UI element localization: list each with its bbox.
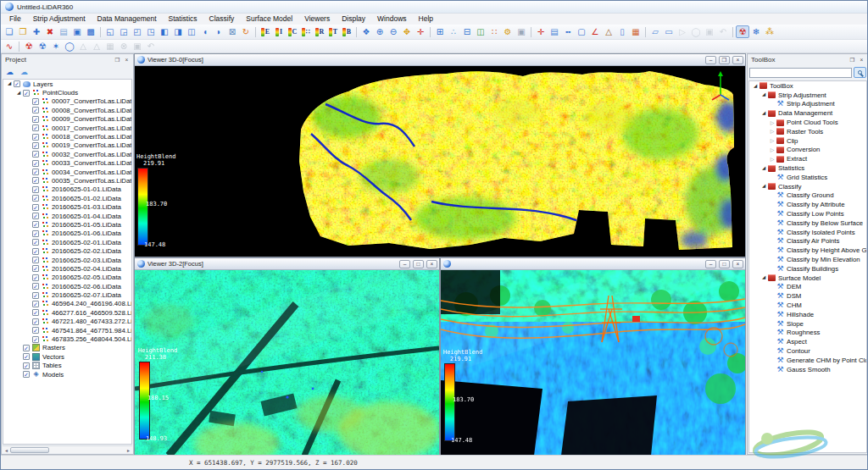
menu-display[interactable]: Display — [336, 14, 371, 25]
viewer0-minimize-button[interactable]: – — [705, 56, 716, 64]
save-as-icon[interactable]: ▩ — [84, 25, 97, 38]
cap-view-a-icon[interactable]: ◖ — [198, 25, 212, 38]
project-item-467541-864-467751-984-lidata[interactable]: ✓467541.864_467751.984.LiData — [3, 326, 131, 335]
toolbox-item-conversion[interactable]: ▷Conversion — [749, 146, 866, 155]
layer-checkbox[interactable]: ✓ — [32, 134, 39, 141]
project-item-00018-converttolas-lidata[interactable]: ✓00018_ConvertToLas.LiData — [3, 132, 131, 141]
project-item-00008-converttolas-lidata[interactable]: ✓00008_ConvertToLas.LiData — [3, 106, 131, 114]
layer-checkbox[interactable]: ✓ — [32, 327, 39, 334]
toolbox-item-extract[interactable]: ▷Extract — [749, 154, 866, 163]
display-by-rgb-icon[interactable]: ∷ — [299, 25, 313, 38]
project-item-rasters[interactable]: ✓Rasters — [3, 344, 131, 352]
point-display-icon[interactable]: ⁂ — [763, 25, 776, 38]
view-bottom-icon[interactable]: ◲ — [117, 25, 131, 38]
toolbox-item-grid-statistics[interactable]: ⚒Grid Statistics — [749, 173, 866, 182]
layer-checkbox[interactable]: ✓ — [32, 230, 39, 237]
pan-icon[interactable]: ✥ — [400, 25, 414, 38]
view-right-icon[interactable]: ◳ — [144, 25, 158, 38]
layer-checkbox[interactable]: ✓ — [23, 345, 30, 351]
layer-checkbox[interactable]: ✓ — [32, 248, 39, 255]
project-item-20160625-02-02-lidata[interactable]: ✓20160625-02-02.LiData — [3, 246, 131, 255]
expanded-arrow-icon[interactable]: ◢ — [6, 81, 13, 86]
menu-data-management[interactable]: Data Management — [92, 14, 163, 25]
collapsed-arrow-icon[interactable]: ▷ — [769, 120, 776, 125]
project-item-466277-616-466509-528-lidata[interactable]: ✓466277.616_466509.528.LiData — [3, 308, 131, 317]
layer-checkbox[interactable]: ✓ — [32, 142, 39, 149]
toolbox-item-toolbox[interactable]: ◢ToolBox — [749, 81, 866, 91]
layer-checkbox[interactable]: ✓ — [32, 116, 39, 123]
select-rectangle-icon[interactable]: ▭ — [662, 25, 676, 38]
undo-selection-icon[interactable]: ↶ — [716, 25, 730, 38]
project-item-20160625-02-07-lidata[interactable]: ✓20160625-02-07.LiData — [3, 290, 131, 299]
viewer1-maximize-button[interactable]: □ — [719, 260, 730, 268]
expanded-arrow-icon[interactable]: ◢ — [15, 91, 22, 96]
toolbox-item-roughness[interactable]: ⚒Roughness — [749, 329, 866, 338]
layer-checkbox[interactable]: ✓ — [32, 239, 39, 246]
project-item-467221-480-467433-272-lidata[interactable]: ✓467221.480_467433.272.LiData — [3, 318, 131, 326]
project-item-00033-converttolas-lidata[interactable]: ✓00033_ConvertToLas.LiData — [3, 159, 131, 168]
select-star-icon[interactable]: ✶ — [49, 40, 63, 53]
cap-view-b-icon[interactable]: ◗ — [212, 25, 225, 38]
measure-angle-icon[interactable]: ∠ — [588, 25, 602, 38]
toolbox-item-contour[interactable]: ⚒Contour — [749, 346, 866, 356]
toolbox-search-button[interactable] — [854, 67, 866, 78]
toolbox-item-classify-air-points[interactable]: ⚒Classify Air Points — [749, 237, 866, 246]
classify-by-polygon-icon[interactable]: ☢ — [36, 40, 49, 53]
eptl-display-icon[interactable]: ❄ — [749, 25, 763, 38]
project-item-20160625-02-03-lidata[interactable]: ✓20160625-02-03.LiData — [3, 256, 131, 264]
add-point-clouds-icon[interactable]: ☁ — [18, 66, 31, 77]
project-item-models[interactable]: ✓◈Models — [3, 370, 131, 379]
view-back-icon[interactable]: ◨ — [171, 25, 185, 38]
layer-checkbox[interactable]: ✓ — [32, 177, 39, 184]
layer-checkbox[interactable]: ✓ — [32, 283, 39, 290]
project-item-20160625-02-01-lidata[interactable]: ✓20160625-02-01.LiData — [3, 238, 131, 246]
layer-checkbox[interactable]: ✓ — [32, 213, 39, 219]
viewer2-maximize-button[interactable]: □ — [413, 260, 424, 268]
layer-checkbox[interactable]: ✓ — [32, 195, 39, 202]
viewer2-close-button[interactable]: × — [426, 260, 437, 268]
expanded-arrow-icon[interactable]: ◢ — [752, 84, 759, 89]
toolbox-item-dem[interactable]: ⚒DEM — [749, 283, 866, 292]
point-budget-icon[interactable]: ∴ — [447, 25, 460, 38]
project-item-20160625-01-01-lidata[interactable]: ✓20160625-01-01.LiData — [3, 185, 131, 194]
add-data-icon[interactable]: ✚ — [30, 25, 43, 38]
view-front-icon[interactable]: ◧ — [158, 25, 171, 38]
project-item-vectors[interactable]: ✓Vectors — [3, 352, 131, 361]
project-item-layers[interactable]: ◢✓Layers — [3, 80, 131, 88]
toolbox-item-surface-model[interactable]: ◢Surface Model — [749, 274, 866, 283]
measure-distance-icon[interactable]: ╍ — [561, 25, 575, 38]
expanded-arrow-icon[interactable]: ◢ — [760, 184, 767, 189]
toolbox-item-classify[interactable]: ◢Classify — [749, 182, 866, 191]
expanded-arrow-icon[interactable]: ◢ — [760, 275, 767, 280]
toolbox-item-strip-adjustment[interactable]: ◢Strip Adjustment — [749, 91, 866, 100]
viewer1-close-button[interactable]: × — [732, 260, 743, 268]
project-item-00009-converttolas-lidata[interactable]: ✓00009_ConvertToLas.LiData — [3, 115, 131, 124]
project-item-00007-converttolas-lidata[interactable]: ✓00007_ConvertToLas.LiData — [3, 97, 131, 106]
project-item-20160625-01-04-lidata[interactable]: ✓20160625-01-04.LiData — [3, 212, 131, 220]
layer-checkbox[interactable]: ✓ — [23, 371, 30, 378]
pick-point-icon[interactable]: ✛ — [414, 25, 427, 38]
measure-area-icon[interactable]: ▢ — [575, 25, 588, 38]
measure-height-icon[interactable]: ▯ — [615, 25, 629, 38]
view-iso-icon[interactable]: ◫ — [185, 25, 198, 38]
viewer1-minimize-button[interactable]: – — [705, 260, 716, 268]
scroll-right-icon[interactable]: ▸ — [125, 447, 132, 453]
toolbox-item-chm[interactable]: ⚒CHM — [749, 301, 866, 310]
profile-tool-icon[interactable]: ∿ — [3, 40, 16, 53]
layer-checkbox[interactable]: ✓ — [32, 336, 39, 343]
layer-checkbox[interactable]: ✓ — [32, 107, 39, 113]
toolbox-item-generate-chm-by-point-clou[interactable]: ⚒Generate CHM by Point Clou — [749, 356, 866, 365]
zoom-extent-icon[interactable]: ❖ — [359, 25, 373, 38]
layer-checkbox[interactable]: ✓ — [32, 169, 39, 175]
project-item-20160625-02-05-lidata[interactable]: ✓20160625-02-05.LiData — [3, 274, 131, 282]
toolbox-item-raster-tools[interactable]: ▷Raster Tools — [749, 127, 866, 136]
toolbox-float-button[interactable]: ❐ — [848, 56, 857, 64]
render-settings-icon[interactable]: ⚙ — [501, 25, 515, 38]
viewer2-titlebar[interactable]: Viewer 3D-2[Focus] – □ × — [135, 258, 439, 270]
toolbox-item-aspect[interactable]: ⚒Aspect — [749, 337, 866, 346]
toolbox-item-clip[interactable]: ▷Clip — [749, 136, 866, 146]
select-circle-icon[interactable]: ◯ — [689, 25, 703, 38]
profile-view-a-icon[interactable]: △ — [76, 40, 90, 53]
display-by-time-icon[interactable]: T — [326, 25, 340, 38]
layer-checkbox[interactable]: ✓ — [32, 274, 39, 281]
